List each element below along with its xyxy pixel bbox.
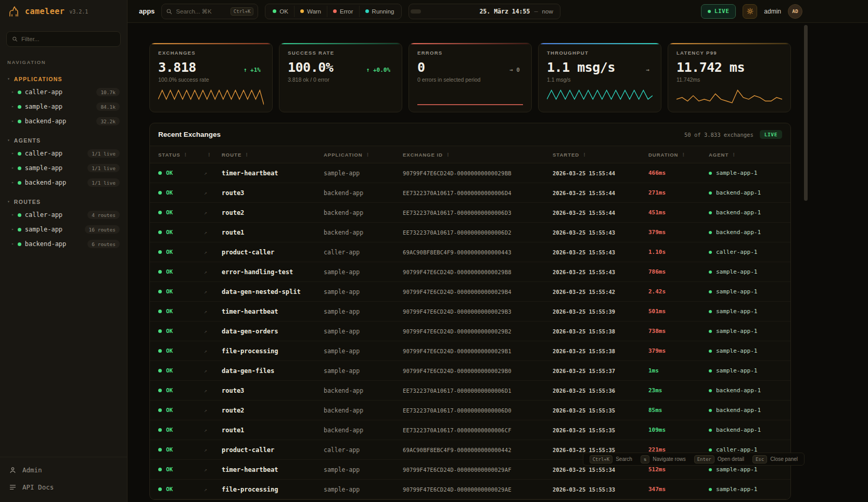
column-header[interactable]: EXCHANGE ID ⋮: [403, 152, 553, 158]
time-range-option[interactable]: [452, 9, 463, 14]
sidebar-item-badge: 32.2k: [96, 117, 120, 125]
time-range-option[interactable]: [431, 9, 442, 14]
column-header[interactable]: STARTED ⋮: [553, 152, 648, 158]
agent-label: backend-app-1: [716, 407, 761, 414]
open-detail-icon[interactable]: ↗: [204, 229, 222, 235]
sidebar-item[interactable]: ▸ backend-app 1/1 live: [0, 175, 127, 190]
sidebar-section-header[interactable]: ▾ AGENTS: [0, 135, 127, 146]
status-dot: [18, 152, 21, 156]
search-input[interactable]: [176, 8, 226, 15]
table-row[interactable]: OK ↗ route2 backend-app EE7322370A10617-…: [150, 203, 790, 223]
agent-label: sample-app-1: [716, 347, 757, 354]
table-row[interactable]: OK ↗ error-handling-test sample-app 9079…: [150, 262, 790, 282]
agent-cell: sample-app-1: [709, 347, 782, 354]
live-button[interactable]: LIVE: [701, 4, 736, 19]
table-row[interactable]: OK ↗ timer-heartbeat sample-app 90799F47…: [150, 163, 790, 183]
sidebar-section-title: AGENTS: [14, 137, 41, 144]
open-detail-icon[interactable]: ↗: [204, 308, 222, 314]
open-detail-icon[interactable]: ↗: [204, 368, 222, 374]
column-header-label: STARTED: [553, 152, 579, 158]
column-header[interactable]: ROUTE ⋮: [222, 152, 324, 158]
sidebar-filter[interactable]: [6, 31, 121, 47]
app-logo[interactable]: cameleer v3.2.1: [0, 0, 127, 23]
sidebar-footer-label: API Docs: [22, 483, 54, 491]
table-row[interactable]: OK ↗ data-gen-files sample-app 90799F47E…: [150, 361, 790, 381]
table-row[interactable]: OK ↗ timer-heartbeat sample-app 90799F47…: [150, 302, 790, 321]
status-cell: OK: [158, 387, 204, 394]
column-header[interactable]: STATUS ⋮: [158, 152, 204, 158]
now-label[interactable]: now: [542, 8, 553, 15]
open-detail-icon[interactable]: ↗: [204, 407, 222, 413]
sidebar-item[interactable]: ▸ backend-app 6 routes: [0, 237, 127, 251]
open-detail-icon[interactable]: ↗: [204, 427, 222, 433]
open-detail-icon[interactable]: ↗: [204, 447, 222, 453]
card-accent-bar: [409, 43, 531, 44]
table-row[interactable]: OK ↗ file-processing sample-app 90799F47…: [150, 480, 790, 499]
open-detail-icon[interactable]: ↗: [204, 190, 222, 196]
column-header[interactable]: AGENT ⋮: [709, 152, 782, 158]
chevron-right-icon: ▸: [11, 90, 14, 94]
sidebar-item-api-docs[interactable]: API Docs: [0, 479, 127, 496]
table-row[interactable]: OK ↗ data-gen-nested-split sample-app 90…: [150, 282, 790, 302]
agent-status-dot: [709, 290, 712, 293]
time-range-option[interactable]: [442, 9, 452, 14]
status-dot: [158, 408, 162, 412]
table-row[interactable]: OK ↗ data-gen-orders sample-app 90799F47…: [150, 321, 790, 341]
navigation-label: NAVIGATION: [7, 59, 120, 65]
status-cell: OK: [158, 268, 204, 275]
scrollbar-thumb[interactable]: [804, 25, 808, 201]
sidebar-item[interactable]: ▸ caller-app 1/1 live: [0, 146, 127, 161]
open-detail-icon[interactable]: ↗: [204, 170, 222, 176]
sidebar-section-header[interactable]: ▾ APPLICATIONS: [0, 73, 127, 85]
column-header[interactable]: DURATION ⋮: [648, 152, 709, 158]
sidebar-item[interactable]: ▸ caller-app 10.7k: [0, 85, 127, 99]
open-detail-icon[interactable]: ↗: [204, 210, 222, 215]
table-row[interactable]: OK ↗ route1 backend-app EE7322370A10617-…: [150, 420, 790, 440]
open-detail-icon[interactable]: ↗: [204, 348, 222, 354]
sidebar-item[interactable]: ▸ sample-app 16 routes: [0, 222, 127, 237]
route-cell: product-caller: [222, 446, 324, 454]
status-filter-option[interactable]: Running: [360, 6, 400, 17]
route-cell: product-caller: [222, 249, 324, 256]
open-detail-icon[interactable]: ↗: [204, 249, 222, 255]
status-dot: [158, 468, 162, 471]
avatar[interactable]: AD: [788, 4, 802, 19]
sidebar-filter-input[interactable]: [21, 36, 115, 42]
sidebar-item-admin[interactable]: Admin: [0, 461, 127, 479]
sidebar-item[interactable]: ▸ sample-app 84.1k: [0, 99, 127, 114]
table-row[interactable]: OK ↗ route1 backend-app EE7322370A10617-…: [150, 223, 790, 242]
table-row[interactable]: OK ↗ route3 backend-app EE7322370A10617-…: [150, 381, 790, 401]
open-detail-icon[interactable]: ↗: [204, 289, 222, 294]
time-range-option[interactable]: [411, 9, 421, 14]
status-filter-option[interactable]: Warn: [295, 6, 327, 17]
table-row[interactable]: OK ↗ route3 backend-app EE7322370A10617-…: [150, 183, 790, 203]
exchange-id-cell: 90799F47E6CD24D-00000000000029B1: [403, 348, 553, 354]
global-search[interactable]: Ctrl+K: [161, 4, 258, 19]
sidebar-section-header[interactable]: ▾ ROUTES: [0, 196, 127, 208]
theme-toggle-button[interactable]: [743, 4, 757, 19]
application-cell: backend-app: [324, 407, 403, 414]
time-range-option[interactable]: [463, 9, 473, 14]
time-range-option[interactable]: [421, 9, 431, 14]
exchange-id-cell: 90799F47E6CD24D-00000000000029B3: [403, 308, 553, 315]
column-header[interactable]: ⋮: [204, 152, 222, 157]
stat-card-subtitle: 100.0% success rate: [158, 76, 264, 83]
table-row[interactable]: OK ↗ product-caller caller-app 69AC90BF8…: [150, 242, 790, 262]
column-header[interactable]: APPLICATION ⋮: [324, 152, 403, 158]
open-detail-icon[interactable]: ↗: [204, 467, 222, 472]
table-row[interactable]: OK ↗ file-processing sample-app 90799F47…: [150, 341, 790, 361]
open-detail-icon[interactable]: ↗: [204, 486, 222, 492]
status-filter-option[interactable]: Error: [327, 6, 360, 17]
sidebar-item[interactable]: ▸ backend-app 32.2k: [0, 114, 127, 128]
chevron-right-icon: ▸: [11, 242, 14, 246]
agent-cell: sample-app-1: [709, 308, 782, 315]
open-detail-icon[interactable]: ↗: [204, 388, 222, 393]
table-row[interactable]: OK ↗ route2 backend-app EE7322370A10617-…: [150, 401, 790, 420]
sort-icon: ⋮: [446, 152, 451, 157]
status-label: OK: [166, 367, 173, 374]
sidebar-item[interactable]: ▸ caller-app 4 routes: [0, 208, 127, 222]
open-detail-icon[interactable]: ↗: [204, 328, 222, 334]
sidebar-item[interactable]: ▸ sample-app 1/1 live: [0, 161, 127, 175]
open-detail-icon[interactable]: ↗: [204, 269, 222, 275]
status-filter-option[interactable]: OK: [267, 6, 295, 17]
